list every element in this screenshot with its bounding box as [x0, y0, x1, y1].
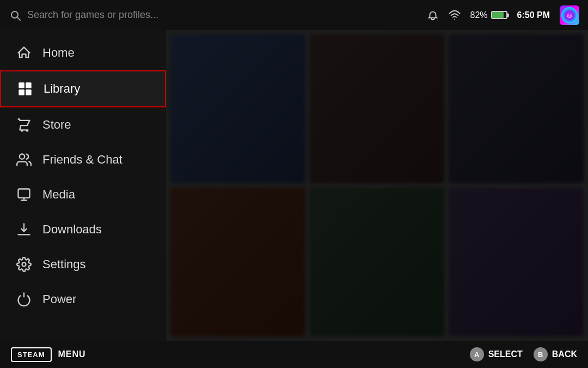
svg-rect-7 [19, 189, 30, 198]
media-icon [16, 187, 32, 202]
grid-item-5 [310, 188, 445, 336]
svg-point-6 [20, 154, 24, 159]
steam-button[interactable]: STEAM [11, 347, 52, 362]
search-placeholder: Search for games or profiles... [27, 9, 158, 21]
library-icon [17, 81, 33, 96]
b-button: B [534, 347, 548, 361]
time-display: 6:50 PM [517, 10, 550, 20]
topbar-right: 82% 6:50 PM ☺ [427, 5, 580, 25]
grid-item-1 [170, 34, 305, 183]
back-control: B BACK [534, 347, 577, 361]
sidebar-item-settings-label: Settings [42, 257, 86, 272]
sidebar-item-downloads[interactable]: Downloads [0, 212, 166, 247]
svg-point-8 [22, 263, 26, 267]
content-area [166, 30, 588, 341]
avatar[interactable]: ☺ [560, 5, 579, 25]
sidebar: Home Library Store [0, 30, 166, 341]
downloads-icon [16, 222, 32, 237]
wifi-icon [449, 9, 461, 21]
sidebar-item-power[interactable]: Power [0, 282, 166, 317]
sidebar-item-media[interactable]: Media [0, 177, 166, 212]
select-label: SELECT [488, 349, 523, 359]
grid-item-2 [310, 34, 445, 183]
settings-icon [16, 257, 32, 272]
back-label: BACK [552, 349, 577, 359]
background-grid [166, 30, 588, 341]
sidebar-item-friends-chat[interactable]: Friends & Chat [0, 142, 166, 177]
battery-icon [491, 11, 507, 19]
sidebar-item-downloads-label: Downloads [42, 222, 102, 237]
svg-rect-3 [26, 82, 31, 88]
search-icon [9, 9, 22, 22]
grid-item-4 [170, 188, 305, 336]
topbar: Search for games or profiles... 82% 6:50… [0, 0, 588, 30]
avatar-image: ☺ [561, 7, 578, 23]
sidebar-item-home[interactable]: Home [0, 35, 166, 70]
grid-item-3 [449, 34, 584, 183]
sidebar-item-store-label: Store [42, 118, 71, 132]
sidebar-item-media-label: Media [42, 188, 75, 202]
main-content: Home Library Store [0, 30, 588, 341]
store-icon [16, 117, 32, 132]
power-icon [16, 292, 32, 307]
sidebar-item-library-label: Library [44, 82, 80, 96]
notification-icon[interactable] [427, 9, 439, 21]
svg-rect-5 [26, 89, 31, 95]
svg-rect-2 [19, 82, 24, 88]
sidebar-item-settings[interactable]: Settings [0, 247, 166, 282]
select-control: A SELECT [470, 347, 523, 361]
svg-text:☺: ☺ [566, 11, 573, 20]
battery-area: 82% [470, 10, 507, 20]
sidebar-item-friends-label: Friends & Chat [42, 153, 122, 167]
search-area[interactable]: Search for games or profiles... [9, 9, 427, 22]
sidebar-item-home-label: Home [42, 46, 75, 60]
battery-percent: 82% [470, 10, 488, 20]
grid-item-6 [449, 188, 584, 336]
bottom-right-controls: A SELECT B BACK [470, 347, 577, 361]
sidebar-item-library[interactable]: Library [0, 70, 166, 107]
bottombar: STEAM MENU A SELECT B BACK [0, 341, 588, 368]
friends-icon [16, 152, 32, 167]
sidebar-item-power-label: Power [42, 292, 76, 306]
svg-rect-4 [19, 89, 24, 95]
a-button: A [470, 347, 484, 361]
menu-label: MENU [58, 349, 86, 359]
home-icon [16, 45, 32, 61]
sidebar-item-store[interactable]: Store [0, 107, 166, 142]
